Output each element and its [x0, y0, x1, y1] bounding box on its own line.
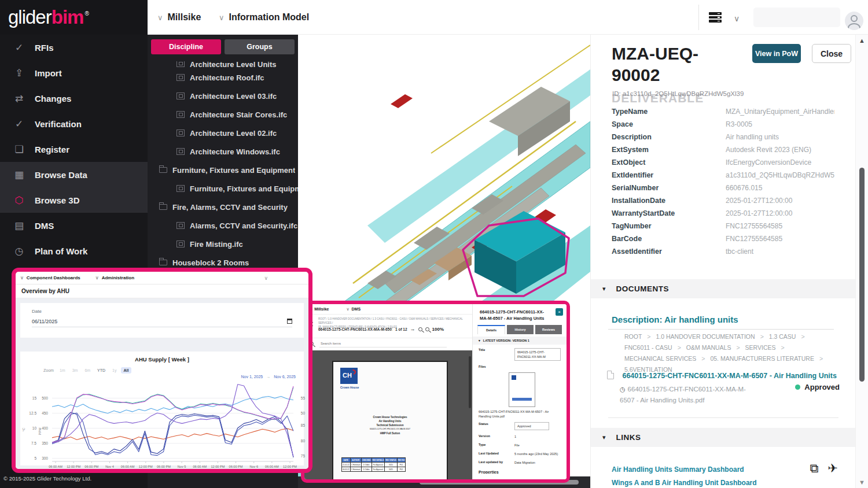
date-input[interactable]: 06/11/2025: [32, 319, 292, 327]
ahu-supply-chart[interactable]: 1550012.5450104007.535053005550858075°CP…: [20, 375, 308, 473]
title-field-value[interactable]: 664015-1275-CHT-FNC6011-XX-MA-M: [514, 348, 561, 361]
divider: [608, 417, 838, 418]
file-list-item-label: Alarms, CCTV and Security.ifc: [190, 221, 297, 230]
property-row: WarrantyStartDate2025-01-27T12:00:00: [612, 207, 834, 220]
file-list-item[interactable]: Architecture Stair Cores.ifc: [148, 105, 298, 124]
svg-text:15: 15: [32, 396, 37, 400]
page-scrollbar[interactable]: ▲ ▼: [855, 35, 868, 488]
file-list-item[interactable]: Fire, Alarms, CCTV and Security: [148, 198, 298, 216]
scroll-up-arrow-icon[interactable]: ▲: [859, 37, 865, 44]
file-list-item[interactable]: Furniture, Fixtures and Equipment: [148, 161, 298, 179]
file-list-item[interactable]: Fire Misting.ifc: [148, 235, 298, 253]
file-list-item[interactable]: Architecture Roof.ifc: [148, 68, 298, 87]
sidebar-item-changes[interactable]: ⇄Changes: [0, 86, 148, 111]
close-icon[interactable]: ×: [556, 308, 563, 316]
page-indicator: 1 of 12: [395, 327, 407, 331]
view-in-pow-button[interactable]: View in PoW: [752, 44, 801, 63]
calendar-icon[interactable]: [287, 319, 292, 324]
zoom-out-icon[interactable]: [418, 327, 422, 331]
document-search-row: [304, 338, 472, 350]
pdf-title-line: Air Handling Units: [333, 419, 447, 423]
breadcrumb-item[interactable]: 1.0 HANDOVER DOCUMENTATION: [656, 333, 755, 340]
sidebar-item-browse-data[interactable]: ▦Browse Data: [0, 162, 148, 187]
zoom-button-1m[interactable]: 1m: [57, 367, 68, 374]
chevron-down-icon[interactable]: ∨: [734, 14, 740, 23]
breadcrumb-item[interactable]: FNC6011 - CASU: [624, 344, 672, 351]
sidebar-item-browse-3d[interactable]: ⬡Browse 3D: [0, 187, 148, 213]
documents-section-header[interactable]: ▾ DOCUMENTS: [591, 279, 856, 298]
scrollbar-thumb[interactable]: [859, 168, 865, 382]
scroll-down-arrow-icon[interactable]: ▼: [859, 479, 865, 486]
field-label: Status: [479, 422, 514, 430]
zoom-button-6m[interactable]: 6m: [82, 367, 93, 374]
file-list-item[interactable]: Architecture Level 02.ifc: [148, 124, 298, 142]
property-key: Space: [612, 120, 726, 128]
document-link[interactable]: 664015-1275-CHT-FNC6011-XX-MA-M-6507 - A…: [622, 372, 836, 380]
tab-dms[interactable]: ∨ DMS: [346, 307, 361, 312]
svg-text:350: 350: [42, 441, 48, 445]
breadcrumb: ROOT>1.0 HANDOVER DOCUMENTATION>1.3 CASU…: [624, 333, 851, 373]
search-input[interactable]: [319, 340, 447, 347]
pdf-title-line: 664015-1275-CHT-FNC6011-XX-MA-M-6507: [333, 427, 447, 431]
sidebar-item-verification[interactable]: ✓Verification: [0, 111, 148, 136]
plan-of-work-icon: ◷: [13, 245, 25, 257]
zoom-button-1y[interactable]: 1y: [109, 367, 119, 374]
copy-icon[interactable]: ⧉: [810, 461, 818, 475]
file-list-item-label: Architecture Level 03.ifc: [190, 92, 277, 101]
dashboard-link[interactable]: Wings A and B Air Handling Unit Dashboar…: [612, 479, 757, 487]
collapse-triangle-icon: ▾: [602, 434, 606, 441]
breadcrumb-item[interactable]: O&M MANUALS: [686, 344, 731, 351]
breadcrumb-item[interactable]: 05. MANUFACTURERS LITERATURE: [710, 355, 814, 362]
document-item[interactable]: 664015-1275-CHT-FNC6011-XX-MA-M-6507 - A…: [607, 370, 850, 406]
tab-reviews[interactable]: Reviews: [535, 325, 562, 334]
breadcrumb-separator: >: [819, 355, 823, 362]
dashboard-link[interactable]: Air Handling Units Summary Dashboard: [612, 465, 757, 474]
tab-groups[interactable]: Groups: [225, 39, 295, 54]
user-avatar[interactable]: [845, 12, 863, 30]
breadcrumb-item[interactable]: SERVICES: [745, 344, 776, 351]
zoom-in-icon[interactable]: [425, 327, 429, 331]
send-plane-icon[interactable]: ✈: [827, 461, 838, 475]
file-list-item[interactable]: Architecture Windows.ifc: [148, 142, 298, 161]
document-viewer-overlay-window[interactable]: ∨ Millsike ∨ DMS ROOT / 1.0 HANDOVER DOC…: [301, 301, 570, 483]
file-list-item[interactable]: Furniture, Fixtures and Equipme: [148, 179, 298, 198]
app-logo[interactable]: gliderbim®: [0, 0, 148, 35]
breadcrumb-item[interactable]: 1.3 CASU: [769, 333, 796, 340]
svg-text:12:00 PM: 12:00 PM: [283, 465, 297, 468]
dashboard-overlay-window[interactable]: ∨ Component Dashboards ∨ Administration …: [12, 268, 312, 473]
breadcrumb-item[interactable]: MECHANICAL SERVICES: [624, 355, 696, 362]
tab-administration[interactable]: ∨ Administration: [95, 275, 134, 280]
tab-discipline[interactable]: Discipline: [151, 39, 221, 54]
links-section-header[interactable]: ▾ LINKS: [591, 428, 856, 447]
breadcrumb-item[interactable]: ROOT: [624, 333, 642, 340]
latest-version-section[interactable]: ▾ LATEST VERSION: VERSION 1: [473, 337, 567, 345]
tab-details[interactable]: Details: [477, 325, 505, 334]
pdf-canvas[interactable]: CH Crown House Crown House TechnologiesA…: [304, 350, 472, 479]
sidebar-item-rfis[interactable]: ✓RFIs: [0, 35, 148, 60]
zoom-button-3m[interactable]: 3m: [69, 367, 81, 374]
svg-text:85: 85: [301, 423, 306, 427]
sidebar-item-register[interactable]: ❏Register: [0, 136, 148, 162]
section-dropdown[interactable]: ∨ Information Model: [219, 0, 309, 35]
file-list-item[interactable]: Alarms, CCTV and Security.ifc: [148, 216, 298, 235]
sidebar-item-dms[interactable]: ▤DMS: [0, 213, 148, 238]
project-dropdown[interactable]: ∨ Millsike: [157, 0, 201, 35]
file-list-item-label: Architecture Level 02.ifc: [190, 129, 277, 138]
file-list-item[interactable]: Architecture Level Units: [148, 61, 298, 68]
property-key: SerialNumber: [612, 184, 726, 192]
tab-history[interactable]: History: [507, 325, 534, 334]
links-list: Air Handling Units Summary DashboardWing…: [612, 465, 757, 487]
tab-component-dashboards[interactable]: ∨ Component Dashboards: [20, 275, 80, 280]
close-button[interactable]: Close: [812, 44, 851, 63]
file-list-item[interactable]: Architecture Level 03.ifc: [148, 87, 298, 105]
file-thumbnail[interactable]: [509, 372, 535, 407]
pdf-scrollbar-thumb[interactable]: [469, 356, 471, 408]
chevron-down-icon[interactable]: ∨: [264, 275, 268, 281]
chart-date-range[interactable]: Nov 1, 2025→Nov 6, 2025: [241, 375, 296, 379]
next-page-arrow-icon[interactable]: →: [410, 326, 415, 332]
environment-stack-icon[interactable]: [709, 12, 722, 23]
sidebar-item-import[interactable]: ⇪Import: [0, 60, 148, 86]
sidebar-item-plan-of-work[interactable]: ◷Plan of Work: [0, 238, 148, 264]
zoom-button-ytd[interactable]: YTD: [94, 367, 108, 374]
zoom-button-all[interactable]: All: [121, 367, 132, 374]
